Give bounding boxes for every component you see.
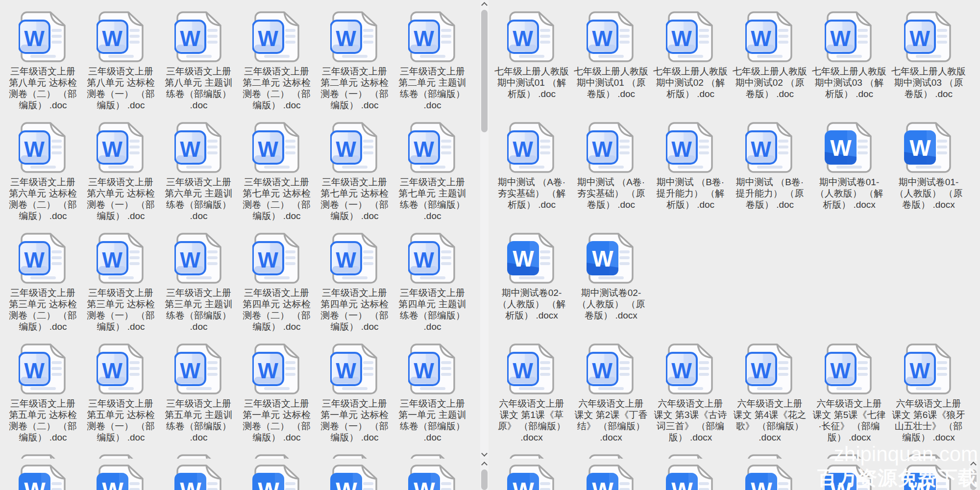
file-item[interactable]: W 三年级语文上册 第一单元 达标检测卷（一） （部编版） .doc (316, 343, 393, 454)
file-item[interactable]: W 期中测试卷01- （人教版） （解析版） .docx (809, 122, 889, 232)
file-item[interactable]: W 期中测试卷01- （人教版） （原卷版） .docx (889, 122, 968, 232)
left-panel-scrollbar[interactable] (480, 0, 489, 459)
file-item[interactable]: W (651, 464, 730, 490)
file-item[interactable]: W (571, 454, 651, 459)
file-item[interactable]: W (492, 454, 571, 459)
file-name: 期中测试 （A卷·夯实基础） （原卷版） .doc (574, 176, 648, 210)
word-doc-icon: W (825, 11, 874, 63)
svg-text:W: W (751, 359, 771, 383)
file-item[interactable]: W (4, 464, 82, 490)
file-item[interactable]: W 三年级语文上册 第五单元 主题训练卷（部编版） .doc (160, 343, 238, 454)
file-item[interactable]: W (730, 454, 809, 459)
file-item[interactable]: W 三年级语文上册 第三单元 达标检测卷（一） （部编版） .doc (82, 232, 160, 343)
word-docx-icon: W (507, 464, 556, 490)
file-item[interactable]: W (160, 464, 238, 490)
file-item[interactable]: W 七年级上册人教版期中测试01 （解析版） .doc (492, 11, 571, 122)
file-item[interactable]: W (809, 454, 889, 459)
chevron-up-icon (481, 2, 488, 8)
file-name: 三年级语文上册 第四单元 达标检测卷（二） （部编版） .doc (240, 287, 314, 332)
svg-text:W: W (592, 246, 613, 271)
word-doc-icon: W (174, 122, 223, 173)
file-item[interactable]: W (238, 464, 316, 490)
svg-text:W: W (513, 359, 533, 383)
file-item[interactable]: W (651, 454, 730, 459)
file-item[interactable]: W (889, 464, 968, 490)
svg-text:W: W (336, 26, 356, 50)
file-item[interactable]: W (809, 464, 889, 490)
file-item[interactable]: W 六年级语文上册 课文 第1课《草原》 （部编版） .docx (492, 343, 571, 454)
file-item[interactable]: W (316, 454, 393, 459)
file-item[interactable]: W (238, 454, 316, 459)
word-docx-icon: W (174, 454, 223, 459)
file-item[interactable]: W 七年级上册人教版期中测试02 （解析版） .doc (651, 11, 730, 122)
file-item[interactable]: W 期中测试 （B卷·提升能力） （原卷版） .doc (730, 122, 809, 232)
file-item[interactable]: W 三年级语文上册 第二单元 主题训练卷（部编版） .doc (393, 11, 471, 122)
svg-text:W: W (414, 26, 434, 50)
file-item[interactable]: W 七年级上册人教版期中测试01 （原卷版） .doc (571, 11, 651, 122)
word-docx-icon: W (825, 122, 874, 173)
file-item[interactable]: W 三年级语文上册 第二单元 达标检测卷（二） （部编版） .doc (238, 11, 316, 122)
scrollbar-thumb[interactable] (481, 469, 488, 490)
word-doc-icon: W (330, 232, 379, 284)
file-item[interactable]: W 六年级语文上册 课文 第2课《丁香结》 （部编版） .docx (571, 343, 651, 454)
scroll-down-button[interactable] (480, 450, 489, 459)
svg-text:W: W (830, 359, 851, 383)
file-item[interactable]: W (393, 454, 471, 459)
file-item[interactable]: W 六年级语文上册 课文 第4课《花之歌》 （部编版） .docx (730, 343, 809, 454)
scroll-up-button[interactable] (480, 0, 489, 8)
file-item[interactable]: W (4, 454, 82, 459)
file-item[interactable]: W 期中测试 （A卷·夯实基础） （解析版） .doc (492, 122, 571, 232)
file-item[interactable]: W 三年级语文上册 第二单元 达标检测卷（一） （部编版） .doc (316, 11, 393, 122)
word-docx-icon: W (904, 464, 953, 490)
file-name: 三年级语文上册 第二单元 达标检测卷（一） （部编版） .doc (318, 66, 392, 111)
file-item[interactable]: W 三年级语文上册 第八单元 达标检测卷（二） （部编版） .doc (4, 11, 82, 122)
file-item[interactable]: W 七年级上册人教版期中测试03 （解析版） .doc (809, 11, 889, 122)
file-item[interactable]: W 七年级上册人教版期中测试02 （原卷版） .doc (730, 11, 809, 122)
left-bottom-panel-scrollbar[interactable] (480, 460, 489, 490)
word-docx-icon: W (330, 454, 379, 459)
file-item[interactable]: W 三年级语文上册 第四单元 主题训练卷（部编版） .doc (393, 232, 471, 343)
scrollbar-thumb[interactable] (481, 10, 488, 132)
file-item[interactable]: W 三年级语文上册 第四单元 达标检测卷（二） （部编版） .doc (238, 232, 316, 343)
partial-file-row: W W W W W W (4, 464, 479, 490)
file-item[interactable]: W 三年级语文上册 第三单元 主题训练卷（部编版） .doc (160, 232, 238, 343)
file-name: 三年级语文上册 第一单元 主题训练卷（部编版） .doc (395, 398, 470, 443)
scrollbar-thumb[interactable] (970, 469, 977, 490)
file-item[interactable]: W 三年级语文上册 第六单元 达标检测卷（一） （部编版） .doc (82, 122, 160, 232)
word-doc-icon: W (174, 343, 223, 395)
file-item[interactable]: W (160, 454, 238, 459)
file-item[interactable]: W 三年级语文上册 第三单元 达标检测卷（二） （部编版） .doc (4, 232, 82, 343)
scroll-up-button[interactable] (480, 460, 489, 468)
file-item[interactable]: W 三年级语文上册 第一单元 达标检测卷（二） （部编版） .doc (238, 343, 316, 454)
right-bottom-panel-scrollbar[interactable] (969, 460, 978, 490)
svg-text:W: W (102, 359, 122, 383)
file-item[interactable]: W (889, 454, 968, 459)
file-item[interactable]: W 三年级语文上册 第五单元 达标检测卷（二） （部编版） .doc (4, 343, 82, 454)
file-item[interactable]: W 六年级语文上册 课文 第5课《七律·长征》 （部编版） .docx (809, 343, 889, 454)
file-item[interactable]: W 六年级语文上册 课文 第3课《古诗词三首》 （部编版） .docx (651, 343, 730, 454)
file-item[interactable]: W (730, 464, 809, 490)
scroll-up-button[interactable] (969, 460, 978, 468)
file-item[interactable]: W 七年级上册人教版期中测试03 （原卷版） .doc (889, 11, 968, 122)
file-item[interactable]: W 三年级语文上册 第六单元 达标检测卷（二） （部编版） .doc (4, 122, 82, 232)
file-item[interactable]: W 期中测试 （B卷·提升能力） （解析版） .doc (651, 122, 730, 232)
file-item[interactable]: W 三年级语文上册 第五单元 达标检测卷（一） （部编版） .doc (82, 343, 160, 454)
file-item[interactable]: W 三年级语文上册 第六单元 主题训练卷（部编版） .doc (160, 122, 238, 232)
file-item[interactable]: W (571, 464, 651, 490)
file-item[interactable]: W 三年级语文上册 第一单元 主题训练卷（部编版） .doc (393, 343, 471, 454)
file-item[interactable]: W 三年级语文上册 第四单元 达标检测卷（一） （部编版） .doc (316, 232, 393, 343)
file-item[interactable]: W 三年级语文上册 第八单元 达标检测卷（一） （部编版） .doc (82, 11, 160, 122)
file-item[interactable]: W (82, 464, 160, 490)
file-item[interactable]: W (492, 464, 571, 490)
file-item[interactable]: W 期中测试 （A卷·夯实基础） （原卷版） .doc (571, 122, 651, 232)
file-item[interactable]: W 三年级语文上册 第七单元 达标检测卷（一） （部编版） .doc (316, 122, 393, 232)
file-item[interactable]: W 三年级语文上册 第八单元 主题训练卷（部编版） .doc (160, 11, 238, 122)
file-item[interactable]: W 六年级语文上册 课文 第6课《狼牙山五壮士》 （部编版） .docx (889, 343, 968, 454)
file-item[interactable]: W (393, 464, 471, 490)
file-item[interactable]: W 三年级语文上册 第七单元 主题训练卷（部编版） .doc (393, 122, 471, 232)
file-item[interactable]: W 期中测试卷02- （人教版） （解析版） .docx (492, 232, 571, 343)
file-item[interactable]: W 三年级语文上册 第七单元 达标检测卷（二） （部编版） .doc (238, 122, 316, 232)
file-item[interactable]: W 期中测试卷02- （人教版） （原卷版） .docx (571, 232, 651, 343)
file-item[interactable]: W (82, 454, 160, 459)
file-item[interactable]: W (316, 464, 393, 490)
